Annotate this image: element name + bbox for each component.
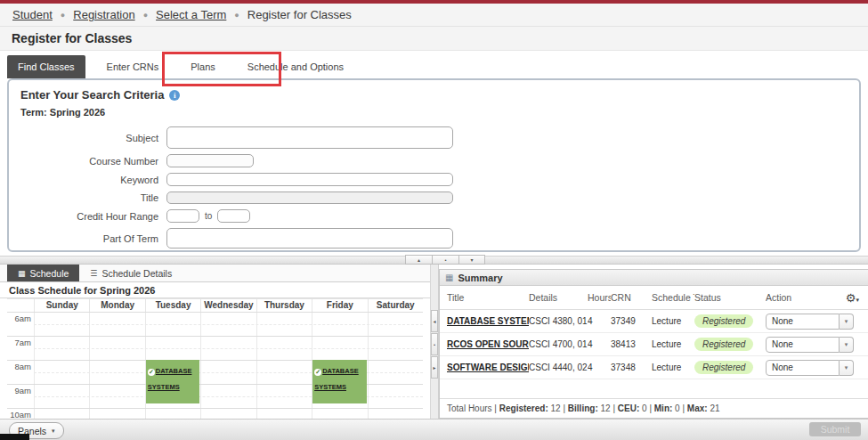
day-header-monday: Monday: [89, 299, 144, 312]
day-header-friday: Friday: [312, 299, 367, 312]
splitter-reset-icon[interactable]: •: [431, 333, 438, 355]
course-number-label: Course Number: [9, 156, 166, 167]
vertical-splitter[interactable]: ◂ • ▸: [430, 265, 439, 419]
calendar-cell[interactable]: [200, 409, 256, 419]
action-dropdown[interactable]: None: [766, 314, 840, 330]
course-status-cell: Registered: [694, 314, 766, 328]
chevron-down-icon[interactable]: ▾: [840, 314, 854, 330]
summary-grid-icon: ▦: [445, 273, 453, 282]
list-icon: ☰: [90, 269, 97, 278]
course-title-link[interactable]: RCOS OPEN SOURCE...: [447, 339, 529, 349]
chevron-down-icon: ▾: [856, 297, 859, 303]
calendar-icon: ▦: [18, 269, 26, 278]
vertical-splitter-handles: ◂ • ▸: [431, 309, 438, 379]
chevron-down-icon[interactable]: ▾: [840, 360, 854, 376]
splitter-expand-up-icon[interactable]: ▴: [405, 255, 432, 265]
submit-button[interactable]: Submit: [809, 422, 861, 436]
tab-schedule-details[interactable]: ☰ Schedule Details: [79, 265, 183, 281]
hour-label: 9am: [7, 385, 34, 408]
summary-row: DATABASE SYSTEMSCSCI 4380, 01437349Lectu…: [440, 310, 868, 333]
calendar-cell[interactable]: [312, 409, 367, 419]
calendar-cell[interactable]: [89, 409, 144, 419]
column-header-title: Title: [440, 292, 529, 303]
gear-icon[interactable]: ⚙: [846, 291, 856, 305]
credit-hour-low-input[interactable]: [166, 209, 199, 223]
schedule-tabs: ▦ Schedule ☰ Schedule Details: [0, 265, 430, 282]
summary-panel: ▦ Summary TitleDetailsHoursCRNSchedule T…: [439, 269, 868, 419]
half-hour-line: [34, 324, 423, 325]
subject-input[interactable]: [166, 126, 453, 149]
tab-schedule[interactable]: ▦ Schedule: [7, 265, 79, 281]
column-header-hours: Hours: [588, 292, 611, 303]
credit-hour-high-input[interactable]: [217, 209, 250, 223]
summary-title: Summary: [458, 273, 502, 283]
splitter-reset-icon[interactable]: •: [432, 255, 458, 265]
summary-row: SOFTWARE DESIGN ...CSCI 4440, 02437348Le…: [440, 356, 868, 379]
gear-cell: ⚙▾: [838, 291, 868, 305]
breadcrumb-link[interactable]: Registration: [73, 8, 134, 21]
course-title-cell: DATABASE SYSTEMS: [440, 316, 529, 326]
hour-label: 6am: [7, 313, 34, 336]
calendar-cell[interactable]: [34, 409, 89, 419]
column-header-action: Action: [766, 292, 838, 303]
course-crn-cell: 38413: [611, 339, 652, 349]
action-dropdown[interactable]: None: [766, 337, 840, 353]
tab-enter-crns[interactable]: Enter CRNs: [96, 55, 170, 78]
credit-hour-range-label: Credit Hour Range: [9, 211, 166, 222]
calendar-hour-row: 6am: [7, 313, 423, 337]
course-hours-cell: 4: [588, 339, 611, 349]
column-header-details: Details: [529, 292, 588, 303]
bottom-bar: Panels ▾ Submit: [0, 419, 868, 440]
course-crn-cell: 37348: [611, 363, 652, 372]
course-title-link[interactable]: DATABASE SYSTEMS: [447, 316, 529, 326]
course-schedule-type-cell: Lecture: [652, 363, 694, 372]
status-badge: Registered: [694, 314, 753, 328]
tab-plans[interactable]: Plans: [180, 55, 226, 78]
calendar-hour-row: 7am: [7, 337, 423, 361]
term-label: Term: Spring 2026: [9, 102, 859, 118]
breadcrumb-link[interactable]: Select a Term: [156, 8, 226, 21]
hour-label: 7am: [7, 337, 34, 360]
half-hour-line: [34, 348, 423, 349]
calendar-event[interactable]: ✓DATABASE SYSTEMS: [146, 360, 199, 403]
title-input[interactable]: [166, 191, 453, 204]
screen-corner-artifact: [0, 434, 29, 440]
part-of-term-input[interactable]: [166, 228, 453, 249]
tab-schedule-and-options[interactable]: Schedule and Options: [237, 55, 354, 78]
course-details-cell: CSCI 4380, 01: [529, 316, 588, 326]
breadcrumb-separator-icon: ●: [143, 11, 148, 20]
main-tabs: Find ClassesEnter CRNsPlansSchedule and …: [7, 55, 365, 78]
action-dropdown[interactable]: None: [766, 360, 840, 376]
title-label: Title: [9, 192, 166, 203]
breadcrumb-separator-icon: ●: [61, 11, 65, 20]
course-title-link[interactable]: SOFTWARE DESIGN ...: [447, 363, 529, 372]
course-action-cell: None▾: [766, 314, 868, 330]
info-icon[interactable]: i: [169, 90, 180, 101]
tab-schedule-label: Schedule: [30, 268, 69, 279]
summary-table: TitleDetailsHoursCRNSchedule TypeStatusA…: [440, 286, 868, 379]
splitter-expand-down-icon[interactable]: ▾: [458, 255, 485, 265]
summary-totals: Total Hours | Registered: 12 | Billing: …: [440, 398, 868, 418]
calendar-cell[interactable]: [256, 409, 312, 419]
splitter-expand-left-icon[interactable]: ◂: [431, 310, 438, 332]
calendar-event[interactable]: ✓DATABASE SYSTEMS: [312, 360, 366, 403]
splitter-expand-right-icon[interactable]: ▸: [431, 356, 438, 379]
calendar-cell[interactable]: [368, 409, 423, 419]
day-header-wednesday: Wednesday: [200, 299, 256, 312]
tab-find-classes[interactable]: Find Classes: [7, 55, 85, 78]
chevron-down-icon[interactable]: ▾: [840, 337, 854, 353]
course-number-input[interactable]: [166, 154, 254, 167]
course-action-cell: None▾: [766, 360, 868, 376]
course-details-cell: CSCI 4700, 01: [529, 339, 588, 349]
part-of-term-label: Part Of Term: [9, 233, 166, 244]
breadcrumb-link[interactable]: Student: [12, 8, 53, 21]
calendar-cell[interactable]: [145, 409, 200, 419]
calendar-hour-row: 10am: [7, 409, 423, 419]
keyword-input[interactable]: [166, 173, 453, 186]
subject-label: Subject: [9, 133, 166, 143]
breadcrumb: Student●Registration●Select a Term●Regis…: [0, 4, 868, 27]
column-header-schedule-type: Schedule Type: [652, 292, 694, 303]
hour-label: 8am: [7, 361, 34, 384]
keyword-label: Keyword: [9, 175, 166, 185]
column-header-crn: CRN: [611, 292, 652, 303]
